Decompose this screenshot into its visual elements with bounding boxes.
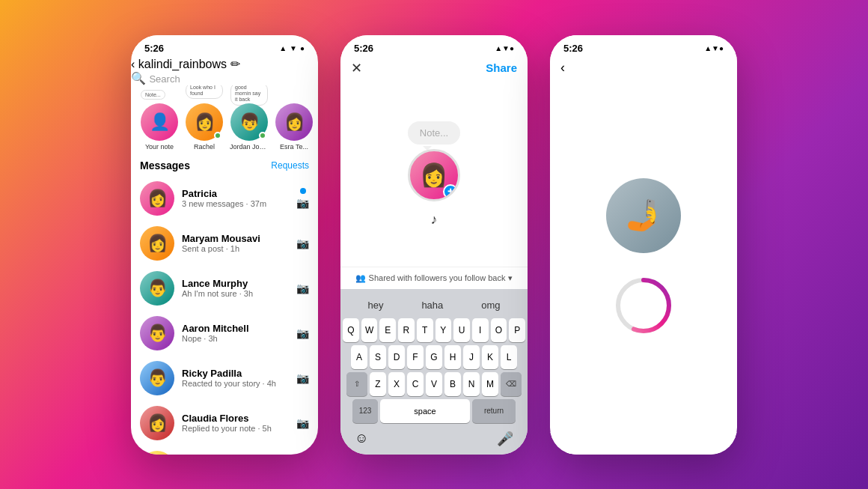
shared-with[interactable]: 👥 Shared with followers you follow back … xyxy=(340,267,528,289)
key-I[interactable]: I xyxy=(472,318,489,342)
message-item-ayaka[interactable]: 👩 Ayaka Yamamoto Active 13m ago 📷 xyxy=(131,446,318,455)
phone3-back-icon[interactable]: ‹ xyxy=(560,60,565,76)
claudia-preview: Replied to your note · 5h xyxy=(182,424,289,433)
suggestion-omg[interactable]: omg xyxy=(474,297,507,314)
keyboard-row-2: A S D F G H J K L xyxy=(343,345,525,369)
story-esra[interactable]: 👩 Esra Te... xyxy=(275,88,314,151)
key-W[interactable]: W xyxy=(361,318,378,342)
phone1: 5:26 ▲ ▼ ● ‹ kalindi_rainbows ✏ 🔍 Search… xyxy=(131,35,318,455)
phone2-share-button[interactable]: Share xyxy=(486,61,517,74)
patricia-avatar: 👩 xyxy=(140,181,174,216)
ricky-preview: Reacted to your story · 4h xyxy=(182,379,289,388)
phone1-search-bar[interactable]: 🔍 Search xyxy=(131,71,318,85)
claudia-content: Claudia Flores Replied to your note · 5h xyxy=(182,413,289,433)
lance-avatar: 👨 xyxy=(140,271,174,306)
rachel-label: Rachel xyxy=(194,143,215,151)
message-item-aaron[interactable]: 👨 Aaron Mitchell Nope · 3h 📷 xyxy=(131,311,318,356)
key-F[interactable]: F xyxy=(407,345,424,369)
key-Q[interactable]: Q xyxy=(343,318,359,342)
note-placeholder: Note... xyxy=(420,127,448,139)
chevron-down-icon: ▾ xyxy=(508,273,513,283)
claudia-name: Claudia Flores xyxy=(182,413,289,424)
key-O[interactable]: O xyxy=(491,318,507,342)
ricky-content: Ricky Padilla Reacted to your story · 4h xyxy=(182,368,289,388)
lance-content: Lance Murphy Ah I'm not sure · 3h xyxy=(182,278,289,298)
message-item-ricky[interactable]: 👨 Ricky Padilla Reacted to your story · … xyxy=(131,356,318,401)
aaron-content: Aaron Mitchell Nope · 3h xyxy=(182,323,289,343)
maryam-preview: Sent a post · 1h xyxy=(182,244,289,253)
key-backspace[interactable]: ⌫ xyxy=(501,372,522,396)
jordan-note-bubble: good mornin say it back xyxy=(230,85,268,106)
key-K[interactable]: K xyxy=(482,345,498,369)
key-B[interactable]: B xyxy=(444,372,461,396)
key-return[interactable]: return xyxy=(472,399,516,423)
loading-circle xyxy=(614,276,673,335)
phone1-edit-icon[interactable]: ✏ xyxy=(230,58,240,70)
ricky-right: 📷 xyxy=(296,372,309,384)
key-shift[interactable]: ⇧ xyxy=(346,372,367,396)
aaron-preview: Nope · 3h xyxy=(182,334,289,343)
lance-name: Lance Murphy xyxy=(182,278,289,289)
phone2-header: ✕ Share xyxy=(340,57,528,82)
key-numbers[interactable]: 123 xyxy=(352,399,378,423)
rachel-online-dot xyxy=(214,132,221,139)
phone1-status-icons: ▲ ▼ ● xyxy=(279,44,305,52)
your-note-avatar: 👤 xyxy=(141,103,178,141)
key-X[interactable]: X xyxy=(388,372,405,396)
message-item-maryam[interactable]: 👩 Maryam Mousavi Sent a post · 1h 📷 xyxy=(131,221,318,266)
keyboard-row-4: 123 space return xyxy=(343,399,525,423)
key-D[interactable]: D xyxy=(388,345,405,369)
key-Y[interactable]: Y xyxy=(435,318,452,342)
maryam-name: Maryam Mousavi xyxy=(182,233,289,244)
phone2-close-button[interactable]: ✕ xyxy=(351,60,362,76)
phone1-title: kalindi_rainbows xyxy=(138,58,227,70)
key-S[interactable]: S xyxy=(370,345,386,369)
story-your-note[interactable]: Note... 👤 Your note xyxy=(140,88,179,151)
key-U[interactable]: U xyxy=(453,318,470,342)
mic-key[interactable]: 🎤 xyxy=(491,428,519,450)
key-M[interactable]: M xyxy=(482,372,498,396)
key-L[interactable]: L xyxy=(501,345,517,369)
key-R[interactable]: R xyxy=(398,318,415,342)
patricia-camera-icon: 📷 xyxy=(296,197,309,209)
patricia-unread-dot xyxy=(300,188,306,194)
phone3-status-bar: 5:26 ▲▼● xyxy=(550,35,737,57)
share-with-people-icon: 👥 xyxy=(355,273,366,283)
message-item-patricia[interactable]: 👩 Patricia 3 new messages · 37m 📷 xyxy=(131,176,318,221)
note-avatar: 👩 ✚ xyxy=(408,149,460,201)
profile-view: 🤳 xyxy=(550,82,737,432)
key-T[interactable]: T xyxy=(417,318,433,342)
ricky-avatar: 👨 xyxy=(140,361,174,395)
story-jordan[interactable]: good mornin say it back 👦 Jordan Jones xyxy=(230,88,269,151)
key-J[interactable]: J xyxy=(463,345,480,369)
phone3-status-icons: ▲▼● xyxy=(704,44,724,52)
key-A[interactable]: A xyxy=(351,345,367,369)
key-G[interactable]: G xyxy=(426,345,442,369)
key-C[interactable]: C xyxy=(407,372,424,396)
claudia-right: 📷 xyxy=(296,417,309,429)
key-P[interactable]: P xyxy=(509,318,525,342)
key-V[interactable]: V xyxy=(426,372,442,396)
story-rachel[interactable]: Look who I found 👩 Rachel xyxy=(185,88,224,151)
message-item-claudia[interactable]: 👩 Claudia Flores Replied to your note · … xyxy=(131,401,318,446)
key-H[interactable]: H xyxy=(444,345,461,369)
phone1-back-icon[interactable]: ‹ xyxy=(131,58,135,70)
your-note-bubble: Note... xyxy=(141,90,165,100)
message-item-lance[interactable]: 👨 Lance Murphy Ah I'm not sure · 3h 📷 xyxy=(131,266,318,311)
key-space[interactable]: space xyxy=(380,399,470,423)
key-Z[interactable]: Z xyxy=(370,372,386,396)
phone3-bottom-spacer xyxy=(550,432,737,455)
aaron-avatar: 👨 xyxy=(140,316,174,350)
suggestion-haha[interactable]: haha xyxy=(414,297,450,314)
requests-label[interactable]: Requests xyxy=(271,160,309,171)
key-E[interactable]: E xyxy=(379,318,396,342)
patricia-preview: 3 new messages · 37m xyxy=(182,199,289,208)
lance-right: 📷 xyxy=(296,282,309,294)
keyboard: hey haha omg Q W E R T Y U I O P A S D F… xyxy=(340,289,528,455)
suggestion-hey[interactable]: hey xyxy=(360,297,391,314)
phone2-status-bar: 5:26 ▲▼● xyxy=(340,35,528,57)
emoji-key[interactable]: ☺ xyxy=(349,428,374,449)
ricky-name: Ricky Padilla xyxy=(182,368,289,379)
key-N[interactable]: N xyxy=(463,372,480,396)
lance-camera-icon: 📷 xyxy=(296,282,309,294)
